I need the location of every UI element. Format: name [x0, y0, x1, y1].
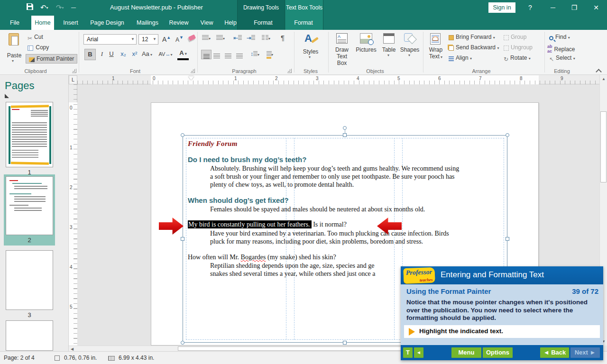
send-backward-button[interactable]: Send Backward ▾	[449, 44, 499, 51]
subscript-button[interactable]: x₂	[119, 49, 128, 60]
font-size-select[interactable]: 12▼	[138, 34, 158, 45]
page-thumbnail-3[interactable]	[6, 250, 53, 310]
font-dialog-launcher[interactable]	[191, 69, 195, 73]
collapse-pages-icon[interactable]	[5, 94, 9, 98]
cut-button[interactable]: ✂Cut	[28, 34, 43, 42]
scroll-up-icon[interactable]: ▲	[602, 77, 606, 81]
options-button[interactable]: Options	[483, 347, 513, 358]
table-button[interactable]: Table ▾	[379, 32, 398, 66]
italic-button[interactable]: I	[98, 49, 106, 60]
tab-home[interactable]: Home	[31, 16, 54, 30]
sign-in-button[interactable]: Sign in	[488, 2, 515, 13]
bold-button[interactable]: B	[84, 49, 96, 60]
wrap-text-icon	[430, 33, 441, 45]
align-left-button[interactable]	[201, 50, 212, 59]
decrease-indent-button[interactable]: ⇤	[233, 35, 242, 41]
underline-button[interactable]: U	[107, 49, 116, 60]
ruler-origin-box[interactable]: L	[69, 75, 77, 84]
tab-file[interactable]: File	[4, 16, 26, 30]
restore-button[interactable]: ❐	[565, 0, 584, 16]
shrink-font-button[interactable]: A▼	[175, 35, 184, 43]
resize-handle-sw[interactable]	[181, 341, 184, 345]
minimize-button[interactable]: ─	[543, 0, 562, 16]
font-family-select[interactable]: Arial▼	[83, 34, 137, 45]
clear-formatting-icon[interactable]	[188, 34, 196, 41]
resize-handle-nw[interactable]	[181, 133, 184, 137]
misspelled-word: Bogardes	[241, 254, 266, 261]
resize-handle-s[interactable]	[343, 341, 347, 345]
grow-font-button[interactable]: A▲	[162, 35, 171, 43]
resize-handle-e[interactable]	[506, 237, 509, 241]
tab-view[interactable]: View	[195, 16, 218, 30]
redo-button[interactable]: ↷▾	[56, 3, 64, 12]
superscript-button[interactable]: x²	[130, 49, 139, 60]
undo-button[interactable]: ↶▾	[40, 3, 48, 12]
columns-button[interactable]: ▾	[262, 35, 270, 41]
rotate-button[interactable]: ↻Rotate ▾	[504, 55, 531, 63]
tab-format-textbox[interactable]: Format	[289, 16, 318, 30]
line-spacing-button[interactable]: ↕▾	[250, 51, 259, 57]
shading-button[interactable]: ▾	[267, 51, 273, 59]
menu-button[interactable]: Menu	[451, 347, 481, 358]
ungroup-button[interactable]: Ungroup	[504, 44, 533, 51]
font-color-button[interactable]: A ▾	[177, 49, 189, 60]
show-paragraph-marks-button[interactable]: ¶	[281, 34, 285, 42]
copy-button[interactable]: ▯▯Copy	[28, 44, 49, 52]
character-spacing-button[interactable]: AV↔▾	[158, 49, 173, 60]
tab-help[interactable]: Help	[219, 16, 242, 30]
format-painter-button[interactable]: Format Painter	[26, 54, 77, 64]
resize-handle-ne[interactable]	[506, 133, 509, 137]
scroll-left-icon[interactable]: ◀	[71, 347, 74, 351]
vertical-scroll-thumb[interactable]	[600, 111, 607, 182]
styles-button[interactable]: A Styles ▾	[298, 32, 323, 66]
draw-text-box-button[interactable]: A Draw Text Box	[331, 32, 353, 66]
status-object-position[interactable]: 0.76, 0.76 in.	[64, 355, 97, 361]
group-button[interactable]: Group	[504, 34, 526, 40]
resize-handle-n[interactable]	[343, 133, 347, 137]
collapse-ribbon-button[interactable]	[596, 69, 602, 75]
tab-mailings[interactable]: Mailings	[132, 16, 163, 30]
select-button[interactable]: ↖Select ▾	[549, 55, 575, 63]
wrap-text-button[interactable]: Wrap Text ▾	[426, 32, 446, 66]
rotate-handle[interactable]	[343, 126, 347, 130]
back-button[interactable]: ◄ Back	[540, 347, 569, 358]
ruler-margin-marker[interactable]	[188, 76, 194, 80]
find-button[interactable]: Find ▾	[549, 34, 570, 40]
page-thumbnail-2-selected[interactable]: 2	[4, 174, 55, 246]
shapes-button[interactable]: Shapes ▾	[399, 32, 420, 66]
close-button[interactable]: ✕	[587, 0, 606, 16]
save-icon[interactable]	[26, 3, 34, 12]
vertical-ruler[interactable]: 012345	[69, 84, 77, 346]
justify-button[interactable]	[236, 52, 243, 60]
clipboard-dialog-launcher[interactable]	[72, 69, 76, 73]
tab-format-drawing[interactable]: Format	[248, 16, 278, 30]
numbering-button[interactable]: ▾	[216, 35, 225, 41]
align-right-button[interactable]	[225, 52, 231, 60]
increase-indent-button[interactable]: ⇥	[247, 35, 255, 41]
status-object-size[interactable]: 6.99 x 4.43 in.	[119, 355, 154, 361]
help-button[interactable]: ?	[521, 0, 540, 16]
bullets-button[interactable]: ▾	[202, 35, 211, 41]
pictures-button[interactable]: Pictures	[354, 32, 378, 66]
paste-button[interactable]: Paste ▾	[5, 32, 24, 65]
bring-forward-button[interactable]: Bring Forward ▾	[449, 34, 495, 40]
tab-page-design[interactable]: Page Design	[86, 16, 128, 30]
align-button[interactable]: Align ▾	[449, 55, 472, 61]
text-mode-button[interactable]: T	[403, 347, 413, 358]
next-button[interactable]: Next ►	[570, 347, 600, 358]
tab-review[interactable]: Review	[165, 16, 193, 30]
replace-button[interactable]: abacReplace	[547, 44, 575, 54]
page-thumbnail-4[interactable]	[6, 320, 53, 351]
numbering-icon	[216, 35, 223, 40]
audio-button[interactable]: ◄	[414, 347, 423, 358]
align-center-button[interactable]	[213, 52, 220, 60]
page-thumbnail-1[interactable]	[6, 102, 53, 167]
status-page-indicator[interactable]: Page: 2 of 4	[4, 355, 35, 361]
paragraph-dialog-launcher[interactable]	[287, 69, 292, 73]
change-case-button[interactable]: Aa ▾	[141, 49, 153, 60]
horizontal-ruler[interactable]: 10123456789	[77, 75, 599, 84]
tab-insert[interactable]: Insert	[60, 16, 82, 30]
doc-brand-title: Friendly Forum	[188, 140, 238, 148]
customize-qat-button[interactable]: —	[71, 3, 76, 12]
resize-handle-w[interactable]	[181, 237, 184, 241]
